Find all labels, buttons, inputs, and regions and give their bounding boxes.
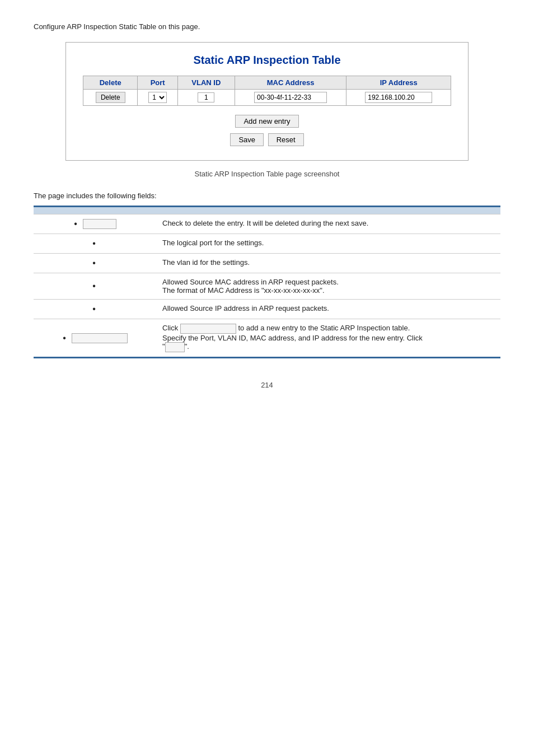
field-desc-addentry: Click to add a new entry to the Static A… bbox=[157, 319, 500, 358]
add-entry-button[interactable]: Add new entry bbox=[235, 115, 298, 128]
bullet-mac: • bbox=[92, 281, 96, 291]
fields-description-table: • Check to delete the entry. It will be … bbox=[34, 206, 500, 358]
bullet-port: • bbox=[92, 239, 96, 249]
field-desc-port: The logical port for the settings. bbox=[157, 234, 500, 254]
field-row-port: • The logical port for the settings. bbox=[34, 234, 500, 254]
save-button[interactable]: Save bbox=[230, 133, 264, 146]
col-delete: Delete bbox=[83, 76, 138, 90]
table-caption: Static ARP Inspection Table page screens… bbox=[34, 170, 500, 178]
field-row-ip: • Allowed Source IP address in ARP reque… bbox=[34, 300, 500, 319]
field-desc-ip: Allowed Source IP address in ARP request… bbox=[157, 300, 500, 319]
bullet-ip: • bbox=[92, 304, 96, 314]
fields-intro: The page includes the following fields: bbox=[34, 192, 500, 200]
field-label-delete: • bbox=[34, 214, 157, 234]
addentry-small-box bbox=[165, 342, 185, 352]
field-label-ip: • bbox=[34, 300, 157, 319]
fields-header bbox=[34, 207, 500, 214]
table-row: Delete 1 bbox=[83, 90, 451, 106]
field-desc-vlan: The vlan id for the settings. bbox=[157, 254, 500, 273]
col-vlan: VLAN ID bbox=[177, 76, 235, 90]
vlan-input[interactable] bbox=[198, 92, 214, 102]
field-desc-mac: Allowed Source MAC address in ARP reques… bbox=[157, 273, 500, 300]
delete-button[interactable]: Delete bbox=[96, 92, 125, 103]
col-port: Port bbox=[138, 76, 177, 90]
table-title: Static ARP Inspection Table bbox=[83, 54, 451, 67]
intro-text: Configure ARP Inspection Static Table on… bbox=[34, 22, 500, 31]
field-row-delete: • Check to delete the entry. It will be … bbox=[34, 214, 500, 234]
field-label-port: • bbox=[34, 234, 157, 254]
bullet-vlan: • bbox=[92, 258, 96, 268]
field-desc-delete: Check to delete the entry. It will be de… bbox=[157, 214, 500, 234]
field-label-addentry: • bbox=[34, 319, 157, 358]
delete-field-box bbox=[83, 219, 116, 229]
bullet-delete: • bbox=[74, 219, 77, 229]
ip-input[interactable] bbox=[365, 92, 432, 103]
bullet-addentry: • bbox=[63, 333, 66, 343]
field-row-mac: • Allowed Source MAC address in ARP requ… bbox=[34, 273, 500, 300]
field-label-mac: • bbox=[34, 273, 157, 300]
col-mac: MAC Address bbox=[235, 76, 346, 90]
arp-table: Delete Port VLAN ID MAC Address IP Addre… bbox=[83, 76, 451, 106]
col-ip: IP Address bbox=[346, 76, 451, 90]
addentry-click-box bbox=[180, 324, 236, 334]
field-label-vlan: • bbox=[34, 254, 157, 273]
page-number: 214 bbox=[34, 381, 500, 389]
reset-button[interactable]: Reset bbox=[268, 133, 304, 146]
arp-inspection-container: Static ARP Inspection Table Delete Port … bbox=[65, 42, 469, 161]
mac-input[interactable] bbox=[254, 92, 327, 103]
addentry-field-box bbox=[72, 333, 128, 343]
port-select[interactable]: 1 bbox=[148, 92, 167, 103]
field-row-vlan: • The vlan id for the settings. bbox=[34, 254, 500, 273]
field-row-addentry: • Click to add a new entry to the Static… bbox=[34, 319, 500, 358]
